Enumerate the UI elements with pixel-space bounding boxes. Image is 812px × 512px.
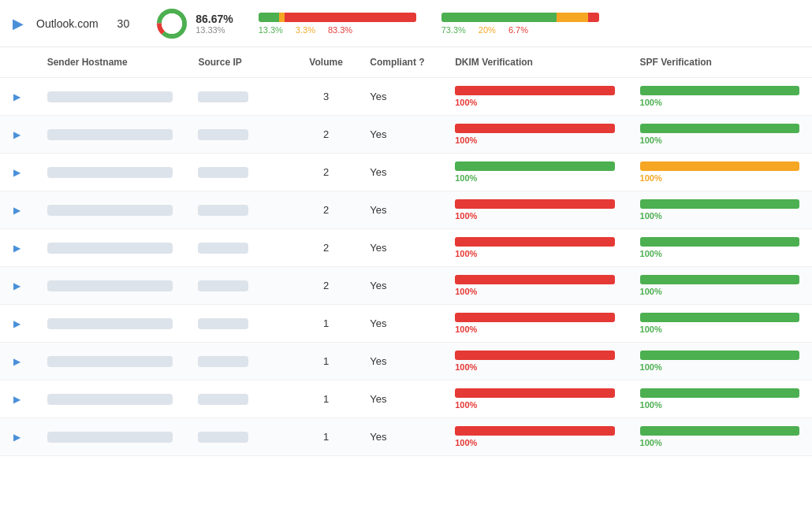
th-spf: SPF Verification xyxy=(628,47,812,78)
dkim-verify-cell: 100% xyxy=(455,124,614,145)
cell-volume: 1 xyxy=(295,343,357,380)
dkim-pct: 100% xyxy=(455,135,614,145)
cell-compliant: Yes xyxy=(357,229,442,267)
th-compliant: Compliant ? xyxy=(357,47,442,78)
ip-blurred xyxy=(198,280,248,291)
th-source-ip: Source IP xyxy=(185,47,295,78)
expand-cell[interactable]: ▶ xyxy=(0,418,35,456)
donut-chart xyxy=(155,6,189,41)
ip-blurred xyxy=(198,356,248,367)
header-bar-group-2: 73.3% 20% 6.7% xyxy=(441,13,599,35)
cell-dkim: 100% xyxy=(442,343,627,380)
cell-spf: 100% xyxy=(628,154,812,191)
expand-cell[interactable]: ▶ xyxy=(0,305,35,343)
th-expand xyxy=(0,47,35,78)
spf-verify-cell: 100% xyxy=(640,199,799,221)
dkim-bar xyxy=(455,161,614,171)
dkim-verify-cell: 100% xyxy=(455,161,614,183)
cell-hostname xyxy=(35,380,186,418)
cell-dkim: 100% xyxy=(442,229,627,267)
cell-ip xyxy=(185,116,295,154)
expand-cell[interactable]: ▶ xyxy=(0,78,35,116)
spf-bar xyxy=(640,426,799,436)
table-row: ▶ 2 Yes 100% 100% xyxy=(0,229,812,267)
dkim-pct: 100% xyxy=(455,211,614,221)
spf-verify-cell: 100% xyxy=(640,86,799,107)
cell-dkim: 100% xyxy=(442,78,627,116)
expand-cell[interactable]: ▶ xyxy=(0,343,35,380)
cell-dkim: 100% xyxy=(442,380,627,418)
spf-bar xyxy=(640,237,799,247)
cell-spf: 100% xyxy=(628,380,812,418)
dkim-bar xyxy=(455,426,614,436)
cell-hostname xyxy=(35,418,186,456)
spf-bar xyxy=(640,351,799,360)
spf-verify-cell: 100% xyxy=(640,124,799,145)
spf-pct: 100% xyxy=(640,438,799,447)
expand-cell[interactable]: ▶ xyxy=(0,116,35,154)
cell-compliant: Yes xyxy=(357,116,442,154)
dkim-bar xyxy=(455,199,614,209)
dkim-pct: 100% xyxy=(455,325,614,334)
cell-compliant: Yes xyxy=(357,380,442,418)
hostname-blurred xyxy=(47,243,173,254)
cell-spf: 100% xyxy=(628,116,812,154)
header-bar: ▶ Outlook.com 30 86.67% 13.33% 13.3% 3.3… xyxy=(0,0,812,47)
bar1-label-yellow: 3.3% xyxy=(296,25,315,35)
bar-group-2-bar xyxy=(441,13,599,22)
expand-cell[interactable]: ▶ xyxy=(0,154,35,191)
dkim-bar xyxy=(455,86,614,95)
cell-ip xyxy=(185,267,295,305)
expand-cell[interactable]: ▶ xyxy=(0,380,35,418)
hostname-blurred xyxy=(47,91,173,102)
bar2-seg-green xyxy=(441,13,557,22)
ip-blurred xyxy=(198,129,248,140)
ip-blurred xyxy=(198,167,248,178)
bar-group-1-bar xyxy=(259,13,416,22)
cell-ip xyxy=(185,78,295,116)
spf-bar xyxy=(640,388,799,398)
hostname-blurred xyxy=(47,432,173,443)
expand-cell[interactable]: ▶ xyxy=(0,191,35,229)
hostname-blurred xyxy=(47,129,173,140)
table-row: ▶ 2 Yes 100% 100% xyxy=(0,116,812,154)
bar2-seg-red xyxy=(588,13,598,22)
cell-volume: 2 xyxy=(295,191,357,229)
dkim-verify-cell: 100% xyxy=(455,275,614,296)
expand-cell[interactable]: ▶ xyxy=(0,267,35,305)
cell-spf: 100% xyxy=(628,229,812,267)
cell-dkim: 100% xyxy=(442,418,627,456)
ip-blurred xyxy=(198,91,248,102)
cell-dkim: 100% xyxy=(442,154,627,191)
spf-pct: 100% xyxy=(640,211,799,221)
table-header-row: Sender Hostname Source IP Volume Complia… xyxy=(0,47,812,78)
ip-blurred xyxy=(198,318,248,329)
expand-cell[interactable]: ▶ xyxy=(0,229,35,267)
cell-volume: 2 xyxy=(295,154,357,191)
spf-bar xyxy=(640,124,799,133)
cell-hostname xyxy=(35,267,186,305)
bar1-label-red: 83.3% xyxy=(328,25,352,35)
source-name: Outlook.com xyxy=(36,17,99,30)
cell-hostname xyxy=(35,154,186,191)
bar-seg-yellow xyxy=(279,13,285,22)
spf-pct: 100% xyxy=(640,98,799,107)
table-row: ▶ 1 Yes 100% 100% xyxy=(0,418,812,456)
cell-volume: 1 xyxy=(295,380,357,418)
donut-labels: 86.67% 13.33% xyxy=(196,13,233,35)
hostname-blurred xyxy=(47,394,173,405)
dkim-pct: 100% xyxy=(455,249,614,258)
cell-compliant: Yes xyxy=(357,78,442,116)
cell-dkim: 100% xyxy=(442,191,627,229)
back-button[interactable]: ▶ xyxy=(13,15,24,32)
spf-verify-cell: 100% xyxy=(640,275,799,296)
ip-blurred xyxy=(198,432,248,443)
table-row: ▶ 2 Yes 100% 100% xyxy=(0,191,812,229)
header-volume: 30 xyxy=(117,17,130,30)
spf-bar xyxy=(640,313,799,322)
spf-pct: 100% xyxy=(640,287,799,296)
dkim-verify-cell: 100% xyxy=(455,86,614,107)
dkim-verify-cell: 100% xyxy=(455,199,614,221)
bar-seg-green xyxy=(259,13,280,22)
dkim-bar xyxy=(455,351,614,360)
